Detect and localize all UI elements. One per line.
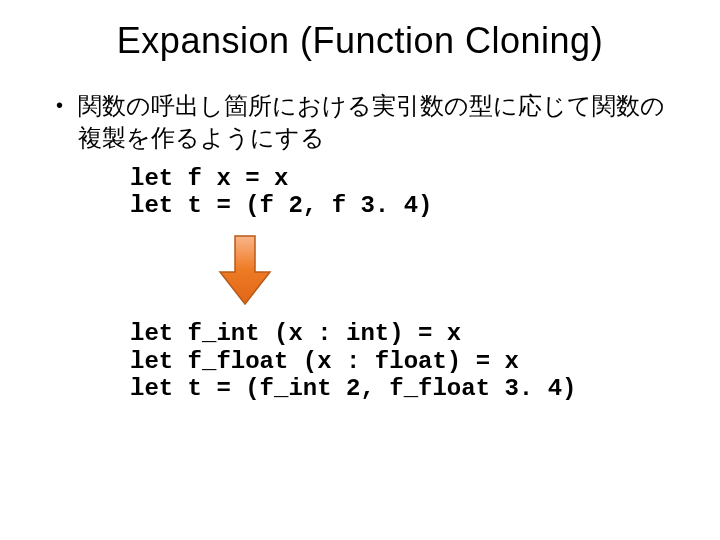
- code-line: let t = (f 2, f 3. 4): [130, 192, 432, 219]
- code-before: let f x = x let t = (f 2, f 3. 4): [130, 165, 672, 220]
- slide-title: Expansion (Function Cloning): [48, 20, 672, 62]
- code-after: let f_int (x : int) = x let f_float (x :…: [130, 320, 672, 403]
- code-line: let t = (f_int 2, f_float 3. 4): [130, 375, 576, 402]
- slide: Expansion (Function Cloning) • 関数の呼出し箇所に…: [0, 0, 720, 403]
- bullet-dot: •: [56, 90, 78, 120]
- down-arrow-icon: [218, 234, 272, 306]
- bullet-item: • 関数の呼出し箇所における実引数の型に応じて関数の複製を作るようにする: [56, 90, 672, 155]
- code-line: let f_int (x : int) = x: [130, 320, 461, 347]
- transform-arrow: [218, 234, 672, 306]
- code-line: let f_float (x : float) = x: [130, 348, 519, 375]
- bullet-text: 関数の呼出し箇所における実引数の型に応じて関数の複製を作るようにする: [78, 90, 672, 155]
- code-line: let f x = x: [130, 165, 288, 192]
- bullet-list: • 関数の呼出し箇所における実引数の型に応じて関数の複製を作るようにする: [48, 90, 672, 155]
